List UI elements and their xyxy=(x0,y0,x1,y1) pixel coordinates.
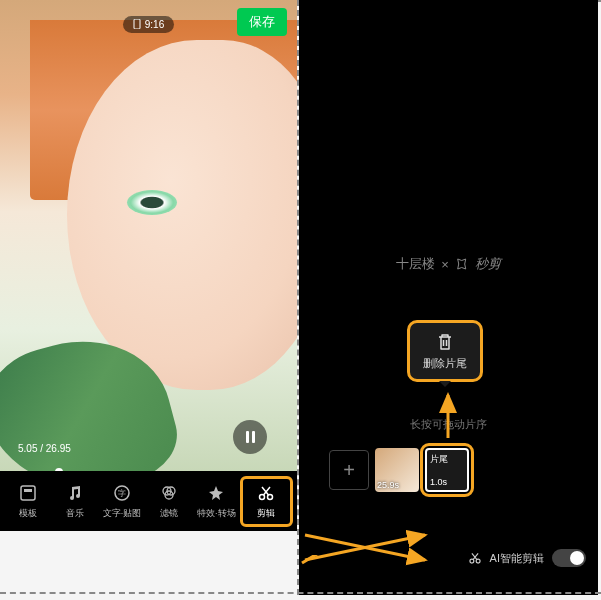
toolbar-label: 特效·转场 xyxy=(197,507,236,520)
svg-text:字: 字 xyxy=(118,489,126,498)
toolbar-effect[interactable]: 特效·转场 xyxy=(193,479,240,524)
app-logo-icon xyxy=(455,257,469,271)
filter-icon xyxy=(160,483,178,503)
toolbar-label: 音乐 xyxy=(66,507,84,520)
add-clip-button[interactable]: + xyxy=(329,450,369,490)
watermark-sep: × xyxy=(441,257,449,272)
clip-duration: 25.9s xyxy=(375,478,401,492)
drag-hint: 长按可拖动片序 xyxy=(410,417,487,432)
toolbar-music[interactable]: 音乐 xyxy=(51,479,98,524)
outro-watermark: 十层楼 × 秒剪 xyxy=(396,255,501,273)
play-pause-button[interactable] xyxy=(233,420,267,454)
video-preview[interactable]: 9:16 保存 5.05 / 26.95 xyxy=(0,0,297,471)
time-display: 5.05 / 26.95 xyxy=(18,443,71,454)
timeline: + 25.9s 片尾 1.0s xyxy=(299,440,598,500)
watermark-text: 十层楼 xyxy=(396,255,435,273)
delete-outro-popup[interactable]: 删除片尾 xyxy=(407,320,483,382)
right-panel: 十层楼 × 秒剪 删除片尾 长按可拖动片序 + 25.9s 片尾 1.0s xyxy=(299,0,598,595)
template-icon xyxy=(19,483,37,503)
toolbar-template[interactable]: 模板 xyxy=(4,479,51,524)
toolbar-filter[interactable]: 滤镜 xyxy=(146,479,193,524)
toggle-knob xyxy=(570,551,584,565)
left-panel: 9:16 保存 5.05 / 26.95 xyxy=(0,0,299,595)
pause-icon xyxy=(246,431,255,443)
toolbar-label: 文字·贴图 xyxy=(103,507,142,520)
popup-arrow xyxy=(439,381,451,387)
save-button[interactable]: 保存 xyxy=(237,8,287,36)
duration-badge: 9:16 xyxy=(123,16,174,33)
toolbar-text[interactable]: 字 文字·贴图 xyxy=(98,479,145,524)
text-icon: 字 xyxy=(113,483,131,503)
svg-point-9 xyxy=(268,494,273,499)
watermark-app: 秒剪 xyxy=(475,255,501,273)
ai-edit-toggle[interactable] xyxy=(552,549,586,567)
ai-edit-bar: AI智能剪辑 xyxy=(468,549,586,567)
outro-duration: 1.0s xyxy=(430,477,464,487)
toolbar-label: 模板 xyxy=(19,507,37,520)
duration-text: 9:16 xyxy=(145,19,164,30)
outro-label: 片尾 xyxy=(430,453,464,466)
clip-thumbnail[interactable]: 25.9s xyxy=(375,448,419,492)
toolbar-label: 滤镜 xyxy=(160,507,178,520)
effect-icon xyxy=(207,483,225,503)
music-icon xyxy=(66,483,84,503)
svg-rect-1 xyxy=(21,486,35,500)
svg-point-10 xyxy=(470,559,474,563)
scissors-icon xyxy=(468,551,482,565)
trash-icon xyxy=(437,333,453,351)
outro-clip[interactable]: 片尾 1.0s xyxy=(425,448,469,492)
preview-content xyxy=(127,190,177,215)
bottom-toolbar: 模板 音乐 字 文字·贴图 滤镜 xyxy=(0,471,297,531)
svg-rect-2 xyxy=(24,489,32,492)
ai-edit-label: AI智能剪辑 xyxy=(490,551,544,566)
phone-icon xyxy=(133,19,141,29)
svg-point-11 xyxy=(476,559,480,563)
delete-label: 删除片尾 xyxy=(423,356,467,371)
bottom-dashed-border xyxy=(0,592,601,595)
svg-rect-0 xyxy=(134,19,140,29)
toolbar-label: 剪辑 xyxy=(257,507,275,520)
svg-point-8 xyxy=(260,494,265,499)
toolbar-edit[interactable]: 剪辑 xyxy=(240,476,293,527)
scissors-icon xyxy=(257,483,275,503)
